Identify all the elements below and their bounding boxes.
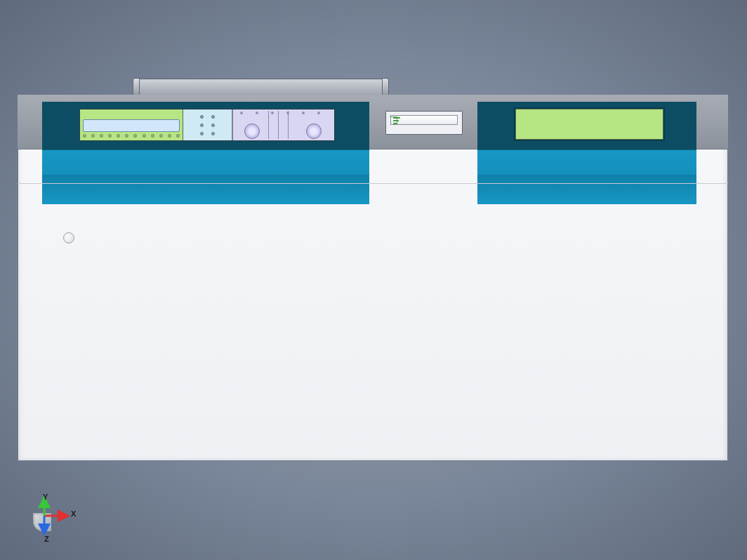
- purple-fasteners: [240, 112, 320, 114]
- enclosure-horizontal-seam: [18, 183, 728, 184]
- mechanism-window-left: [79, 109, 335, 141]
- bracket-holes: [200, 115, 216, 136]
- purple-gear-module: [232, 109, 334, 140]
- blue-bracket-module: [183, 109, 232, 140]
- assembly-top-protrusion: [138, 79, 383, 95]
- cad-viewport[interactable]: X Y Z: [0, 0, 747, 560]
- mechanism-window-right: [515, 109, 663, 140]
- rail-fastener-row: [83, 133, 180, 138]
- gear-icon: [244, 124, 260, 139]
- front-panel-knob: [63, 232, 74, 244]
- view-orientation-triad[interactable]: X Y Z: [23, 495, 79, 544]
- axis-label-x: X: [71, 510, 76, 518]
- triad-axes-icon: [23, 495, 79, 544]
- label-strip: [390, 115, 458, 125]
- axis-label-z: Z: [44, 535, 49, 543]
- linear-rail: [83, 119, 180, 132]
- lower-blue-panel-right: [477, 149, 696, 204]
- lower-blue-panel-left: [42, 149, 369, 204]
- axis-label-y: Y: [43, 493, 48, 501]
- label-slot-window: [385, 111, 463, 135]
- gear-icon: [306, 124, 322, 139]
- green-rail-module: [80, 109, 183, 140]
